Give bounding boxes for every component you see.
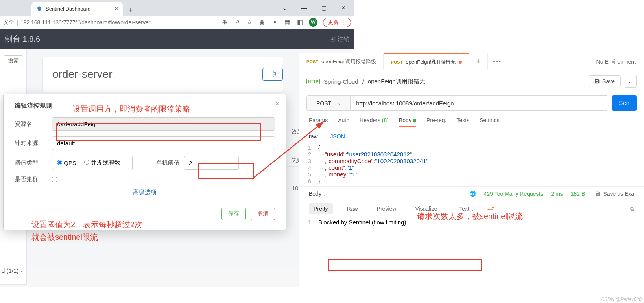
security-label: 安全 [3,19,14,26]
resp-format-text[interactable]: Text ⌄ [459,206,474,212]
watermark: CSDN @Perley620 [601,297,642,302]
add-rule-button[interactable]: + 新 [262,68,283,81]
body-type-bar: raw ⌄ JSON ⌄ [299,130,644,143]
breadcrumb-bar: HTTP Spring-Cloud / openFeign调用报错无 Save … [299,70,644,92]
resp-tab-visualize[interactable]: Visualize [410,203,442,214]
radio-thread[interactable]: 并发线程数 [84,159,120,167]
new-tab-button[interactable]: + [125,5,136,16]
dropdown-icon[interactable]: ⌄ [279,4,290,12]
body-json[interactable]: JSON ⌄ [330,133,349,140]
tab-headers[interactable]: Headers (8) [360,117,389,127]
translate-icon[interactable]: ⊕ [221,19,228,26]
postman-tab-1[interactable]: POST openFeign调用报错降级 [299,53,384,70]
brand-title: 制台 1.8.6 [5,34,40,44]
profile-avatar[interactable]: W [309,18,317,27]
resource-input[interactable] [52,117,275,131]
unsaved-dot-icon [459,61,462,64]
modal-divider [15,202,275,202]
logout-link[interactable]: 注销 [330,35,349,43]
resp-tab-pretty[interactable]: Pretty [309,203,333,214]
window-controls: ⌄ ― ▢ ✕ [274,0,354,16]
body-indicator-icon [413,119,416,122]
wrap-lines-icon[interactable]: ⮐ [487,205,495,213]
postman-tab-2[interactable]: POST openFeign调用报错无 [384,53,469,70]
url-text[interactable]: 192.168.111.130:7777/#/dashboard/flow/or… [20,19,151,26]
status-code: 429 Too Many Requests [484,191,543,197]
collection-name[interactable]: Spring-Cloud [324,78,358,85]
close-window-icon[interactable]: ✕ [338,5,349,11]
environment-selector[interactable]: No Environment [589,59,644,65]
card: order-server + 新 [42,57,283,92]
body-raw[interactable]: raw ⌄ [309,133,322,140]
resource-label: 资源名 [15,120,52,128]
cluster-label: 是否集群 [15,176,52,183]
page-title: order-server [52,68,273,81]
url-bar: 安全 | 192.168.111.130:7777/#/dashboard/fl… [0,16,354,29]
resp-tab-preview[interactable]: Preview [372,203,401,214]
response-size: 182 B [571,191,585,197]
origin-label: 针对来源 [15,140,52,147]
copy-icon[interactable]: ⧉ [630,206,634,212]
radio-qps[interactable]: QPS [57,160,76,166]
extension2-icon[interactable]: ◧ [296,19,303,26]
origin-input[interactable] [52,136,275,150]
apps-icon[interactable]: ▦ [284,19,291,26]
tab-title: Sentinel Dashboard [46,6,90,12]
threshold-type-group: QPS 并发线程数 [52,156,133,170]
threshold-label: 单机阈值 [148,159,184,167]
globe-icon[interactable]: 🌐 [469,191,476,197]
star-icon[interactable]: ☆ [246,19,253,26]
postman-tabs: POST openFeign调用报错降级 POST openFeign调用报错无… [299,53,644,70]
blank-tab-space [0,2,31,16]
http-badge-icon: HTTP [306,79,320,84]
cluster-checkbox[interactable] [52,177,57,182]
url-divider: | [14,19,20,26]
response-time: 2 ms [551,191,563,197]
extensions-icon[interactable]: ✦ [271,19,278,26]
advanced-link[interactable]: 高级选项 [15,189,275,196]
response-body-label[interactable]: Body ⌄ [309,191,326,197]
save-dropdown[interactable]: ⌄ [625,75,637,88]
save-button[interactable]: 保存 [221,208,246,220]
save-button[interactable]: Save [589,75,621,87]
modal-title: 编辑流控规则 [15,102,275,110]
type-label: 阈值类型 [15,159,52,167]
postman-window: POST openFeign调用报错降级 POST openFeign调用报错无… [299,53,644,288]
send-button[interactable]: Sen [612,95,637,111]
sentinel-header: 制台 1.8.6 注销 [0,29,354,49]
request-body-editor[interactable]: 1{ 2····"userId":"user202103032042012" 3… [299,143,644,186]
save-as-example[interactable]: Save as Exa [595,191,634,197]
tab-prereq[interactable]: Pre-req. [426,117,447,127]
maximize-icon[interactable]: ▢ [318,5,330,11]
tab-strip: Sentinel Dashboard × + ⌄ ― ▢ ✕ [0,0,354,16]
minimize-icon[interactable]: ― [298,5,310,11]
request-name[interactable]: openFeign调用报错无 [368,78,425,85]
response-meta: Body ⌄ 🌐 429 Too Many Requests 2 ms 182 … [299,186,644,201]
tab-body[interactable]: Body [399,117,416,127]
new-request-tab[interactable]: + [469,53,488,70]
pager-label[interactable]: d (1/1)⌄ [0,266,25,275]
favicon-icon [36,6,42,12]
cancel-button[interactable]: 取消 [251,208,275,220]
browser-tab[interactable]: Sentinel Dashboard × [31,2,123,16]
tab-settings[interactable]: Settings [480,117,500,127]
update-button[interactable]: 更新⋮ [323,18,351,27]
response-body[interactable]: 1Blocked by Sentinel (flow limiting) [299,217,644,228]
close-tab-icon[interactable]: × [115,6,118,12]
response-tabs: Pretty Raw Preview Visualize Text ⌄ ⮐ ⧉ [299,201,644,217]
tab-tests[interactable]: Tests [456,117,469,127]
tab-params[interactable]: Params [309,117,328,127]
threshold-input[interactable] [184,156,239,170]
edit-flow-rule-modal: 编辑流控规则 × 资源名 针对来源 阈值类型 QPS 并发线程数 单机阈值 是否… [3,94,286,230]
tab-auth[interactable]: Auth [338,117,349,127]
close-icon[interactable]: × [275,99,280,109]
spiral-icon[interactable]: ◉ [258,19,266,26]
resp-tab-raw[interactable]: Raw [342,203,363,214]
search-input[interactable]: 搜索 [4,55,23,66]
request-tabs: Params Auth Headers (8) Body Pre-req. Te… [299,114,644,130]
method-selector[interactable]: POST⌄ [306,95,351,111]
request-url-input[interactable] [351,95,607,111]
share-icon[interactable]: ↗ [233,19,240,26]
url-row: POST⌄ Sen [299,92,644,114]
more-tabs-icon[interactable]: ••• [488,58,506,65]
